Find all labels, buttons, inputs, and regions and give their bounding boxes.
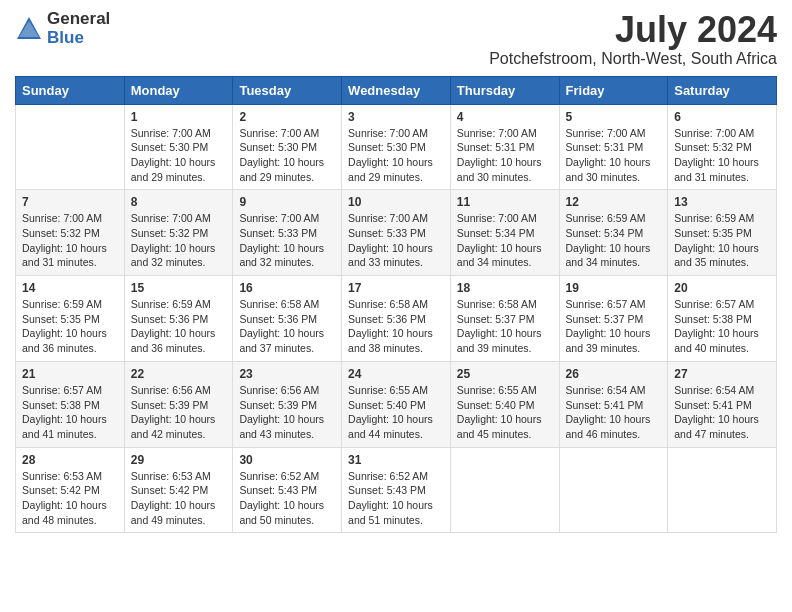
calendar-cell: 16Sunrise: 6:58 AMSunset: 5:36 PMDayligh… — [233, 276, 342, 362]
cell-info: Sunrise: 6:57 AMSunset: 5:38 PMDaylight:… — [22, 383, 118, 442]
calendar-cell: 14Sunrise: 6:59 AMSunset: 5:35 PMDayligh… — [16, 276, 125, 362]
cell-info: Sunrise: 6:54 AMSunset: 5:41 PMDaylight:… — [566, 383, 662, 442]
cell-info: Sunrise: 6:59 AMSunset: 5:34 PMDaylight:… — [566, 211, 662, 270]
cell-info: Sunrise: 6:58 AMSunset: 5:36 PMDaylight:… — [239, 297, 335, 356]
cell-info: Sunrise: 6:58 AMSunset: 5:36 PMDaylight:… — [348, 297, 444, 356]
day-number: 31 — [348, 453, 444, 467]
calendar-table: SundayMondayTuesdayWednesdayThursdayFrid… — [15, 76, 777, 534]
cell-info: Sunrise: 7:00 AMSunset: 5:34 PMDaylight:… — [457, 211, 553, 270]
calendar-cell: 20Sunrise: 6:57 AMSunset: 5:38 PMDayligh… — [668, 276, 777, 362]
day-number: 17 — [348, 281, 444, 295]
calendar-cell: 23Sunrise: 6:56 AMSunset: 5:39 PMDayligh… — [233, 361, 342, 447]
day-number: 2 — [239, 110, 335, 124]
calendar-cell: 19Sunrise: 6:57 AMSunset: 5:37 PMDayligh… — [559, 276, 668, 362]
cell-info: Sunrise: 7:00 AMSunset: 5:33 PMDaylight:… — [239, 211, 335, 270]
logo-blue-text: Blue — [47, 29, 110, 48]
header: General Blue July 2024 Potchefstroom, No… — [15, 10, 777, 68]
weekday-header-wednesday: Wednesday — [342, 76, 451, 104]
svg-marker-1 — [19, 21, 39, 37]
cell-info: Sunrise: 7:00 AMSunset: 5:32 PMDaylight:… — [674, 126, 770, 185]
calendar-cell: 15Sunrise: 6:59 AMSunset: 5:36 PMDayligh… — [124, 276, 233, 362]
day-number: 12 — [566, 195, 662, 209]
cell-info: Sunrise: 7:00 AMSunset: 5:30 PMDaylight:… — [131, 126, 227, 185]
calendar-cell — [668, 447, 777, 533]
cell-info: Sunrise: 6:53 AMSunset: 5:42 PMDaylight:… — [22, 469, 118, 528]
day-number: 29 — [131, 453, 227, 467]
month-title: July 2024 — [489, 10, 777, 50]
day-number: 22 — [131, 367, 227, 381]
calendar-cell: 8Sunrise: 7:00 AMSunset: 5:32 PMDaylight… — [124, 190, 233, 276]
day-number: 28 — [22, 453, 118, 467]
weekday-header-sunday: Sunday — [16, 76, 125, 104]
calendar-cell: 9Sunrise: 7:00 AMSunset: 5:33 PMDaylight… — [233, 190, 342, 276]
cell-info: Sunrise: 7:00 AMSunset: 5:33 PMDaylight:… — [348, 211, 444, 270]
day-number: 14 — [22, 281, 118, 295]
cell-info: Sunrise: 6:52 AMSunset: 5:43 PMDaylight:… — [239, 469, 335, 528]
day-number: 25 — [457, 367, 553, 381]
logo: General Blue — [15, 10, 110, 47]
cell-info: Sunrise: 6:57 AMSunset: 5:37 PMDaylight:… — [566, 297, 662, 356]
day-number: 6 — [674, 110, 770, 124]
cell-info: Sunrise: 6:57 AMSunset: 5:38 PMDaylight:… — [674, 297, 770, 356]
calendar-cell: 12Sunrise: 6:59 AMSunset: 5:34 PMDayligh… — [559, 190, 668, 276]
day-number: 8 — [131, 195, 227, 209]
weekday-header-tuesday: Tuesday — [233, 76, 342, 104]
title-area: July 2024 Potchefstroom, North-West, Sou… — [489, 10, 777, 68]
calendar-cell: 27Sunrise: 6:54 AMSunset: 5:41 PMDayligh… — [668, 361, 777, 447]
calendar-cell: 24Sunrise: 6:55 AMSunset: 5:40 PMDayligh… — [342, 361, 451, 447]
calendar-cell: 6Sunrise: 7:00 AMSunset: 5:32 PMDaylight… — [668, 104, 777, 190]
calendar-cell: 2Sunrise: 7:00 AMSunset: 5:30 PMDaylight… — [233, 104, 342, 190]
day-number: 13 — [674, 195, 770, 209]
cell-info: Sunrise: 6:59 AMSunset: 5:35 PMDaylight:… — [22, 297, 118, 356]
day-number: 26 — [566, 367, 662, 381]
weekday-header-friday: Friday — [559, 76, 668, 104]
calendar-cell: 11Sunrise: 7:00 AMSunset: 5:34 PMDayligh… — [450, 190, 559, 276]
calendar-cell: 22Sunrise: 6:56 AMSunset: 5:39 PMDayligh… — [124, 361, 233, 447]
cell-info: Sunrise: 6:55 AMSunset: 5:40 PMDaylight:… — [457, 383, 553, 442]
day-number: 16 — [239, 281, 335, 295]
calendar-week-row: 7Sunrise: 7:00 AMSunset: 5:32 PMDaylight… — [16, 190, 777, 276]
day-number: 4 — [457, 110, 553, 124]
day-number: 30 — [239, 453, 335, 467]
cell-info: Sunrise: 6:56 AMSunset: 5:39 PMDaylight:… — [239, 383, 335, 442]
calendar-week-row: 14Sunrise: 6:59 AMSunset: 5:35 PMDayligh… — [16, 276, 777, 362]
weekday-header-saturday: Saturday — [668, 76, 777, 104]
calendar-cell: 1Sunrise: 7:00 AMSunset: 5:30 PMDaylight… — [124, 104, 233, 190]
calendar-week-row: 1Sunrise: 7:00 AMSunset: 5:30 PMDaylight… — [16, 104, 777, 190]
cell-info: Sunrise: 6:58 AMSunset: 5:37 PMDaylight:… — [457, 297, 553, 356]
calendar-cell: 18Sunrise: 6:58 AMSunset: 5:37 PMDayligh… — [450, 276, 559, 362]
cell-info: Sunrise: 6:56 AMSunset: 5:39 PMDaylight:… — [131, 383, 227, 442]
calendar-cell — [16, 104, 125, 190]
cell-info: Sunrise: 6:52 AMSunset: 5:43 PMDaylight:… — [348, 469, 444, 528]
calendar-cell — [559, 447, 668, 533]
day-number: 11 — [457, 195, 553, 209]
logo-icon — [15, 15, 43, 43]
cell-info: Sunrise: 6:59 AMSunset: 5:36 PMDaylight:… — [131, 297, 227, 356]
calendar-cell: 17Sunrise: 6:58 AMSunset: 5:36 PMDayligh… — [342, 276, 451, 362]
day-number: 5 — [566, 110, 662, 124]
logo-general-text: General — [47, 10, 110, 29]
day-number: 24 — [348, 367, 444, 381]
day-number: 3 — [348, 110, 444, 124]
weekday-header-thursday: Thursday — [450, 76, 559, 104]
calendar-cell: 4Sunrise: 7:00 AMSunset: 5:31 PMDaylight… — [450, 104, 559, 190]
calendar-cell: 3Sunrise: 7:00 AMSunset: 5:30 PMDaylight… — [342, 104, 451, 190]
cell-info: Sunrise: 6:54 AMSunset: 5:41 PMDaylight:… — [674, 383, 770, 442]
cell-info: Sunrise: 7:00 AMSunset: 5:30 PMDaylight:… — [348, 126, 444, 185]
calendar-cell: 26Sunrise: 6:54 AMSunset: 5:41 PMDayligh… — [559, 361, 668, 447]
cell-info: Sunrise: 6:59 AMSunset: 5:35 PMDaylight:… — [674, 211, 770, 270]
day-number: 10 — [348, 195, 444, 209]
day-number: 20 — [674, 281, 770, 295]
cell-info: Sunrise: 7:00 AMSunset: 5:32 PMDaylight:… — [131, 211, 227, 270]
calendar-cell: 10Sunrise: 7:00 AMSunset: 5:33 PMDayligh… — [342, 190, 451, 276]
cell-info: Sunrise: 6:53 AMSunset: 5:42 PMDaylight:… — [131, 469, 227, 528]
day-number: 15 — [131, 281, 227, 295]
cell-info: Sunrise: 7:00 AMSunset: 5:30 PMDaylight:… — [239, 126, 335, 185]
calendar-cell: 30Sunrise: 6:52 AMSunset: 5:43 PMDayligh… — [233, 447, 342, 533]
calendar-week-row: 28Sunrise: 6:53 AMSunset: 5:42 PMDayligh… — [16, 447, 777, 533]
calendar-cell: 25Sunrise: 6:55 AMSunset: 5:40 PMDayligh… — [450, 361, 559, 447]
calendar-cell: 29Sunrise: 6:53 AMSunset: 5:42 PMDayligh… — [124, 447, 233, 533]
calendar-cell: 7Sunrise: 7:00 AMSunset: 5:32 PMDaylight… — [16, 190, 125, 276]
location-title: Potchefstroom, North-West, South Africa — [489, 50, 777, 68]
calendar-cell: 5Sunrise: 7:00 AMSunset: 5:31 PMDaylight… — [559, 104, 668, 190]
